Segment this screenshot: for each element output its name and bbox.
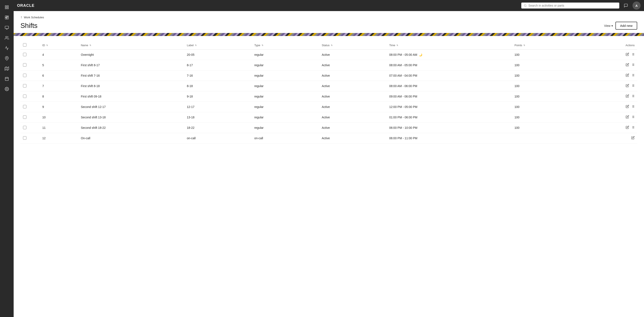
row-name: Overnight: [78, 50, 184, 60]
svg-marker-13: [5, 67, 9, 70]
row-checkbox[interactable]: [23, 94, 26, 98]
edit-icon[interactable]: [626, 53, 629, 57]
row-checkbox-cell: [20, 133, 40, 143]
table-header-row: ID ⇅ Name ⇅ Label: [20, 41, 637, 50]
row-id: 12: [40, 133, 78, 143]
action-icons: [592, 136, 635, 140]
row-checkbox[interactable]: [23, 105, 26, 108]
edit-icon[interactable]: [626, 73, 629, 78]
row-points: 100: [512, 81, 589, 91]
svg-rect-16: [5, 77, 8, 80]
svg-rect-0: [5, 6, 6, 7]
table-row: 9 Second shift 12-17 12-17 regular Activ…: [20, 102, 637, 112]
row-checkbox[interactable]: [23, 53, 26, 56]
col-header-points: Points ⇅: [512, 41, 589, 50]
table-row: 7 First shift 8-18 8-18 regular Active 0…: [20, 81, 637, 91]
row-time: 08:00 AM - 06:00 PM: [387, 81, 512, 91]
col-header-time: Time ⇅: [387, 41, 512, 50]
table-row: 4 Overnight 20-05 regular Active 08:00 P…: [20, 50, 637, 60]
svg-rect-7: [7, 17, 8, 19]
sidebar-icon-dashboard[interactable]: [2, 13, 12, 22]
sort-name-icon[interactable]: ⇅: [90, 44, 91, 46]
row-status: Active: [319, 81, 387, 91]
sidebar-icon-settings[interactable]: [2, 84, 12, 94]
col-header-id: ID ⇅: [40, 41, 78, 50]
chevron-down-icon: ▾: [612, 24, 613, 27]
list-icon[interactable]: [631, 126, 635, 130]
row-type: regular: [252, 102, 319, 112]
sidebar-icon-analytics[interactable]: [2, 43, 12, 53]
row-checkbox-cell: [20, 112, 40, 123]
breadcrumb-parent-link[interactable]: Work Schedules: [24, 16, 44, 19]
sort-points-icon[interactable]: ⇅: [524, 44, 525, 46]
row-label: on-call: [184, 133, 252, 143]
row-checkbox-cell: [20, 60, 40, 70]
sidebar: [0, 0, 14, 317]
row-time: 01:00 PM - 06:00 PM: [387, 112, 512, 123]
sort-time-icon[interactable]: ⇅: [396, 44, 398, 46]
row-checkbox[interactable]: [23, 63, 26, 67]
sort-id-icon[interactable]: ⇅: [46, 44, 48, 46]
add-new-button[interactable]: Add new: [616, 22, 637, 29]
sort-label-icon[interactable]: ⇅: [195, 44, 197, 46]
list-icon[interactable]: [631, 73, 635, 78]
sidebar-icon-users[interactable]: [2, 33, 12, 42]
row-status: Active: [319, 112, 387, 123]
table-row: 5 First shift 8-17 8-17 regular Active 0…: [20, 60, 637, 70]
sidebar-icon-map[interactable]: [2, 64, 12, 73]
row-id: 5: [40, 60, 78, 70]
row-name: Second shift 13-18: [78, 112, 184, 123]
main-wrapper: ORACLE A ↑ Work Schedules Shifts View: [14, 0, 644, 317]
search-bar[interactable]: [521, 2, 619, 8]
avatar-button[interactable]: A: [632, 1, 640, 9]
search-input[interactable]: [528, 4, 617, 7]
row-points: [512, 133, 589, 143]
sidebar-icon-monitor[interactable]: [2, 23, 12, 32]
row-checkbox-cell: [20, 81, 40, 91]
view-button[interactable]: View ▾: [604, 24, 613, 27]
row-actions-cell: [589, 50, 637, 60]
edit-icon[interactable]: [626, 126, 629, 130]
edit-icon[interactable]: [626, 105, 629, 109]
row-status: Active: [319, 60, 387, 70]
col-header-status: Status ⇅: [319, 41, 387, 50]
list-icon[interactable]: [631, 53, 635, 57]
sort-type-icon[interactable]: ⇅: [262, 44, 263, 46]
action-icons: [592, 94, 635, 99]
row-status: Active: [319, 133, 387, 143]
edit-icon[interactable]: [626, 115, 629, 119]
list-icon[interactable]: [631, 84, 635, 88]
row-checkbox[interactable]: [23, 115, 26, 119]
svg-point-11: [6, 36, 7, 38]
svg-rect-1: [7, 6, 8, 7]
row-type: regular: [252, 123, 319, 133]
row-checkbox[interactable]: [23, 74, 26, 77]
sort-status-icon[interactable]: ⇅: [331, 44, 332, 46]
sidebar-icon-calendar[interactable]: [2, 74, 12, 83]
list-icon[interactable]: [631, 63, 635, 67]
sidebar-icon-location[interactable]: [2, 54, 12, 63]
edit-icon[interactable]: [631, 136, 635, 140]
messages-button[interactable]: [622, 1, 630, 9]
edit-icon[interactable]: [626, 84, 629, 88]
list-icon[interactable]: [631, 115, 635, 119]
list-icon[interactable]: [631, 94, 635, 99]
row-checkbox[interactable]: [23, 126, 26, 129]
select-all-checkbox[interactable]: [23, 43, 26, 47]
row-checkbox[interactable]: [23, 84, 26, 87]
row-label: 7-16: [184, 70, 252, 81]
sidebar-icon-grid[interactable]: [2, 2, 12, 12]
row-label: 8-18: [184, 81, 252, 91]
row-label: 18-22: [184, 123, 252, 133]
edit-icon[interactable]: [626, 94, 629, 99]
search-icon: [524, 4, 526, 7]
table-wrapper: ID ⇅ Name ⇅ Label: [14, 36, 644, 143]
action-icons: [592, 115, 635, 119]
message-icon: [624, 3, 628, 8]
row-actions-cell: [589, 91, 637, 102]
shifts-table: ID ⇅ Name ⇅ Label: [20, 41, 637, 143]
list-icon[interactable]: [631, 105, 635, 109]
edit-icon[interactable]: [626, 63, 629, 67]
row-checkbox[interactable]: [23, 136, 26, 140]
table-row: 12 On-call on-call on-call Active 06:00 …: [20, 133, 637, 143]
